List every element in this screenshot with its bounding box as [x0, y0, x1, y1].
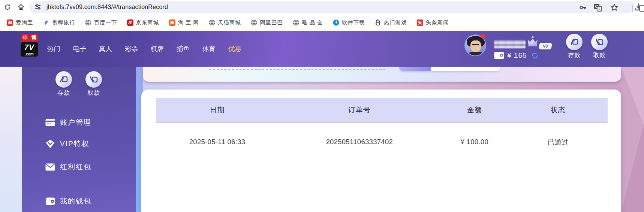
- vip-badge: V0: [538, 43, 553, 49]
- page-background: 存款 取款 账户管理 VIP特权: [0, 67, 644, 212]
- sidebar-item-bonus[interactable]: 红利红包: [45, 161, 128, 173]
- record-type-tabs: [399, 67, 500, 71]
- filter-card: [143, 67, 621, 82]
- deposit-icon: [55, 71, 72, 88]
- header-deposit-button[interactable]: 存款: [564, 34, 585, 60]
- cell-order: 20250511063337402: [278, 138, 440, 146]
- col-order: 订单号: [278, 105, 440, 115]
- logo-char-shen: 申: [21, 34, 29, 42]
- password-key-icon[interactable]: [579, 3, 587, 13]
- col-amount: 金额: [441, 105, 509, 115]
- reload-icon[interactable]: [2, 2, 13, 12]
- right-decor-background: [621, 67, 644, 212]
- notification-dot: [481, 34, 485, 39]
- url-text[interactable]: jhktofs.7vv09.com:8443/#/transactionReco…: [46, 4, 168, 10]
- record-tab[interactable]: [466, 67, 500, 71]
- withdraw-icon: [85, 71, 102, 88]
- bookmark-star-icon[interactable]: [610, 3, 619, 13]
- cell-amount: ¥ 100.00: [441, 138, 509, 146]
- site-logo[interactable]: 申 博 7V .com: [21, 34, 39, 57]
- sidebar-withdraw-button[interactable]: 取款: [83, 71, 104, 97]
- software-download-icon: [333, 19, 339, 26]
- sidebar-item-account[interactable]: 账户管理: [45, 116, 128, 128]
- logo-com: .com: [21, 52, 38, 57]
- home-icon[interactable]: [16, 2, 26, 12]
- table-row: 2025-05-11 06:33 20250511063337402 ¥ 100…: [156, 131, 608, 153]
- nav-promos[interactable]: 优惠: [228, 44, 241, 53]
- site-info-icon[interactable]: [34, 4, 41, 12]
- deposit-icon: [566, 34, 583, 50]
- gem-icon: [45, 140, 55, 148]
- browser-toolbar: jhktofs.7vv09.com:8443/#/transactionReco…: [0, 0, 644, 14]
- nav-live[interactable]: 真人: [99, 44, 112, 53]
- wallet-icon: [45, 197, 55, 205]
- avatar-brow: [472, 44, 479, 45]
- envelope-icon: [45, 163, 55, 171]
- address-bar[interactable]: jhktofs.7vv09.com:8443/#/transactionReco…: [29, 1, 635, 13]
- bookmark-taobao[interactable]: 淘 淘 宝 网: [169, 19, 199, 26]
- browser-window: jhktofs.7vv09.com:8443/#/transactionReco…: [0, 0, 644, 212]
- col-date: 日期: [156, 105, 278, 115]
- bookmark-tmall[interactable]: 天猫商城: [209, 19, 241, 26]
- bookmark-vip[interactable]: 唯 品 会: [293, 19, 323, 26]
- vip-level[interactable]: V0: [525, 36, 551, 52]
- nav-lottery[interactable]: 彩票: [125, 44, 138, 53]
- bookmark-toutiao[interactable]: 头 头条新闻: [417, 19, 449, 26]
- sidebar: 存款 取款 账户管理 VIP特权: [22, 67, 136, 212]
- record-tab[interactable]: [431, 67, 466, 71]
- taobao-orange-icon: 淘: [169, 19, 175, 26]
- bookmark-jd[interactable]: JD 京东商城: [127, 19, 159, 26]
- nav-sports[interactable]: 体育: [202, 44, 216, 53]
- main-nav: 热门 电子 真人 彩票 棋牌 捕鱼 体育 优惠: [47, 31, 241, 67]
- globe-icon: [293, 19, 299, 26]
- bookmarks-bar: 淘 爱淘宝 携程旅行 百度一下 JD 京东商城 淘 淘 宝 网 天: [0, 14, 644, 31]
- nav-fishing[interactable]: 捕鱼: [177, 44, 190, 53]
- date-range-field[interactable]: [209, 69, 385, 70]
- record-tab-selected[interactable]: [399, 67, 431, 71]
- bookmarks-panel-icon[interactable]: [639, 5, 644, 12]
- bookmark-aitaobao[interactable]: 淘 爱淘宝: [7, 19, 33, 26]
- translate-icon[interactable]: G文: [594, 3, 602, 13]
- col-status: 状态: [508, 105, 608, 115]
- nav-hot[interactable]: 热门: [47, 44, 60, 53]
- globe-icon: [85, 19, 91, 26]
- header-withdraw-button[interactable]: 取款: [589, 34, 610, 60]
- table-header: 日期 订单号 金额 状态: [156, 98, 608, 122]
- sidebar-item-wallet[interactable]: 我的钱包: [45, 195, 128, 207]
- jd-icon: JD: [127, 19, 133, 26]
- transaction-record-card: 日期 订单号 金额 状态 2025-05-11 06:33 2025051106…: [141, 90, 621, 212]
- nav-slots[interactable]: 电子: [73, 44, 86, 53]
- qq-penguin-icon: [375, 19, 381, 26]
- nav-cards[interactable]: 棋牌: [151, 44, 164, 53]
- username-blurred[interactable]: [494, 40, 526, 48]
- wallet-icon: [494, 52, 504, 59]
- globe-icon: [209, 19, 215, 26]
- globe-icon: [251, 19, 257, 26]
- avatar-face: [470, 40, 481, 52]
- left-gutter: [0, 67, 22, 212]
- card-icon: [45, 119, 55, 126]
- toutiao-icon: 头: [417, 19, 423, 26]
- taobao-icon: 淘: [7, 19, 13, 26]
- sidebar-divider: [36, 184, 122, 184]
- ctrip-dolphin-icon: [43, 19, 49, 26]
- withdraw-icon: [591, 34, 608, 50]
- cell-date: 2025-05-11 06:33: [156, 138, 278, 146]
- refresh-balance-icon[interactable]: [531, 52, 539, 60]
- svg-text:文: 文: [598, 7, 601, 11]
- sidebar-deposit-button[interactable]: 存款: [53, 71, 74, 97]
- bookmark-ctrip[interactable]: 携程旅行: [43, 19, 75, 26]
- decor-facet: [621, 123, 644, 212]
- logo-7v: 7V: [21, 42, 38, 52]
- bookmark-games[interactable]: 热门游戏: [375, 19, 407, 26]
- balance-amount: ¥ 165: [507, 51, 527, 60]
- decor-facet: [621, 67, 644, 127]
- bookmark-software[interactable]: 软件下载: [333, 19, 365, 26]
- balance-row: ¥ 165: [494, 51, 539, 60]
- bookmark-baidu[interactable]: 百度一下: [85, 19, 117, 26]
- bookmarks-separator: [632, 5, 633, 12]
- logo-char-bo: 博: [30, 34, 38, 42]
- bookmark-alibaba[interactable]: 阿里巴巴: [251, 19, 283, 26]
- sidebar-item-vip[interactable]: VIP特权: [45, 138, 128, 150]
- cell-status status-badge: 已通过: [508, 137, 608, 147]
